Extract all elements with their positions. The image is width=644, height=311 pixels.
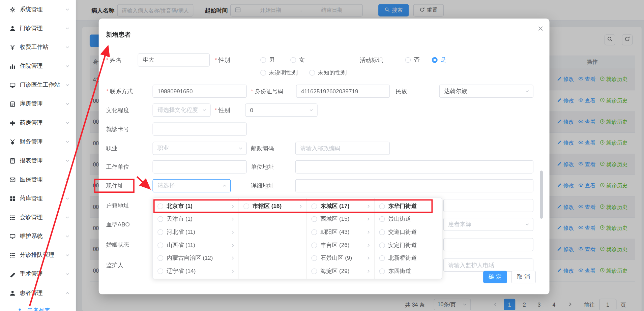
sidebar-item[interactable]: 住院管理 [0, 57, 76, 75]
active-flag-radio-yes[interactable]: 是 [432, 56, 446, 64]
cascader-option[interactable]: 西城区 (15) [307, 213, 374, 226]
sidebar-item[interactable]: 药库管理 [0, 189, 76, 208]
cascader-option[interactable]: 山西省 (11) [153, 239, 239, 252]
current-address-label: 现住址 [106, 179, 123, 192]
gender-radio-male[interactable]: 男 [260, 56, 275, 64]
radio-icon [157, 242, 163, 248]
marital-status-label: 婚姻状态 [106, 238, 129, 251]
cascader-option[interactable]: 交道口街道 [375, 226, 442, 239]
sidebar-item[interactable]: 财务管理 [0, 132, 76, 151]
sidebar-item-label: 库房管理 [20, 100, 61, 108]
sidebar-item[interactable]: 患者管理 [0, 284, 76, 303]
sidebar-item[interactable]: 会诊管理 [0, 208, 76, 227]
occupation-label: 职业 [106, 142, 118, 155]
chevron-down-icon [65, 215, 70, 220]
chevron-down-icon [65, 83, 70, 88]
modal-title: 新增患者 [106, 31, 131, 38]
cascader-option[interactable]: 市辖区 (16) [239, 200, 306, 213]
sidebar-item[interactable]: 库房管理 [0, 95, 76, 114]
sidebar-item-icon [9, 6, 16, 13]
sidebar-item[interactable]: 维护系统 [0, 227, 76, 246]
chevron-right-icon [298, 204, 303, 209]
active-flag-radio-no[interactable]: 否 [405, 56, 419, 64]
sidebar-item-icon [9, 252, 16, 259]
chevron-down-icon [65, 7, 70, 12]
cascader-option[interactable]: 海淀区 (29) [307, 265, 374, 278]
chevron-down-icon [238, 146, 243, 151]
radio-icon [432, 57, 438, 63]
cascader-option[interactable]: 天津市 (1) [153, 213, 239, 226]
cascader-option[interactable]: 东华门街道 [375, 200, 442, 213]
sidebar-item-patient-list[interactable]: 患者列表 [0, 303, 76, 311]
cascader-option[interactable]: 朝阳区 (43) [307, 226, 374, 239]
marital-row-input[interactable] [443, 238, 533, 251]
cascader-option[interactable]: 丰台区 (26) [307, 239, 374, 252]
household-address-label: 户籍地址 [106, 199, 129, 212]
sidebar-item[interactable]: 收费工作站 [0, 38, 76, 57]
name-label: 姓名 [106, 54, 122, 67]
cascader-option[interactable]: 河北省 (11) [153, 226, 239, 239]
radio-icon [311, 268, 317, 274]
education-select[interactable]: 请选择文化程度 [153, 103, 211, 117]
sidebar-item[interactable]: 系统管理 [0, 0, 76, 19]
sidebar-item[interactable]: 医保管理 [0, 170, 76, 189]
gender2-select[interactable]: 0 [245, 103, 318, 117]
sidebar-item-icon [9, 25, 16, 32]
postal-input[interactable] [295, 142, 390, 155]
cascader-option[interactable]: 北新桥街道 [375, 252, 442, 265]
sidebar-item-label: 收费工作站 [20, 43, 61, 51]
radio-icon [379, 216, 385, 222]
chevron-down-icon [65, 253, 70, 258]
active-flag-label: 活动标识 [360, 54, 383, 67]
sidebar-item[interactable]: 药房管理 [0, 114, 76, 132]
sidebar-item-icon [9, 63, 16, 70]
radio-icon [311, 229, 317, 235]
sidebar-item[interactable]: 门诊医生工作站 [0, 75, 76, 94]
visit-card-input[interactable] [153, 122, 247, 135]
sidebar-item-label: 门诊医生工作站 [20, 82, 61, 89]
visit-card-label: 就诊卡号 [106, 122, 129, 135]
patient-source-select[interactable]: 患者来源 [443, 218, 533, 231]
sidebar-item[interactable]: 报表管理 [0, 151, 76, 170]
cascader-option[interactable]: 石景山区 (9) [307, 252, 374, 265]
sidebar-item-label: 系统管理 [20, 6, 61, 13]
cascader-option[interactable]: 景山街道 [375, 213, 442, 226]
gender-radio-unknown[interactable]: 未知的性别 [309, 69, 347, 76]
sidebar-item[interactable]: 分诊排队管理 [0, 246, 76, 265]
radio-icon [290, 57, 296, 63]
unit-address-input[interactable] [295, 160, 533, 174]
gender-radio-female[interactable]: 女 [290, 56, 305, 64]
sidebar: 系统管理 门诊管理 收费工作站 住院管理 [0, 0, 76, 311]
gender-radio-unstated[interactable]: 未说明性别 [260, 69, 298, 76]
sidebar-item[interactable]: 手术管理 [0, 265, 76, 283]
guardian-phone-input[interactable] [443, 258, 533, 272]
contact-input[interactable] [153, 85, 247, 98]
current-address-cascader[interactable]: 请选择 [153, 179, 231, 192]
id-number-input[interactable] [296, 85, 390, 98]
sidebar-item-icon [9, 195, 16, 202]
cascader-option[interactable]: 辽宁省 (14) [153, 265, 239, 278]
cascader-option[interactable]: 东四街道 [375, 265, 442, 278]
cascader-district-column: 东城区 (17) 西城区 (15) 朝阳区 (43) [307, 198, 375, 279]
cascader-option[interactable]: 北京市 (1) [153, 200, 239, 213]
chevron-down-icon [65, 120, 70, 125]
sidebar-item-label: 患者管理 [20, 289, 61, 297]
detail-address-input[interactable] [295, 179, 533, 192]
sidebar-item-label: 财务管理 [20, 138, 61, 146]
confirm-button[interactable]: 确 定 [483, 271, 507, 283]
cascader-option[interactable]: 东城区 (17) [307, 200, 374, 213]
cascader-option[interactable]: 内蒙古自治区 (12) [153, 252, 239, 265]
chevron-down-icon [65, 290, 70, 296]
sidebar-item[interactable]: 门诊管理 [0, 19, 76, 38]
cancel-button[interactable]: 取 消 [511, 271, 536, 283]
ethnicity-select[interactable]: 达斡尔族 [439, 85, 533, 98]
close-icon[interactable] [536, 24, 544, 32]
household-address-input[interactable] [443, 199, 533, 212]
name-input[interactable] [138, 54, 210, 67]
work-unit-input[interactable] [153, 160, 247, 174]
detail-address-label: 详细地址 [251, 179, 274, 192]
occupation-select[interactable]: 职业 [153, 142, 247, 155]
radio-icon [379, 255, 385, 261]
cascader-option[interactable]: 安定门街道 [375, 239, 442, 252]
modal-scrollbar[interactable] [540, 170, 543, 219]
